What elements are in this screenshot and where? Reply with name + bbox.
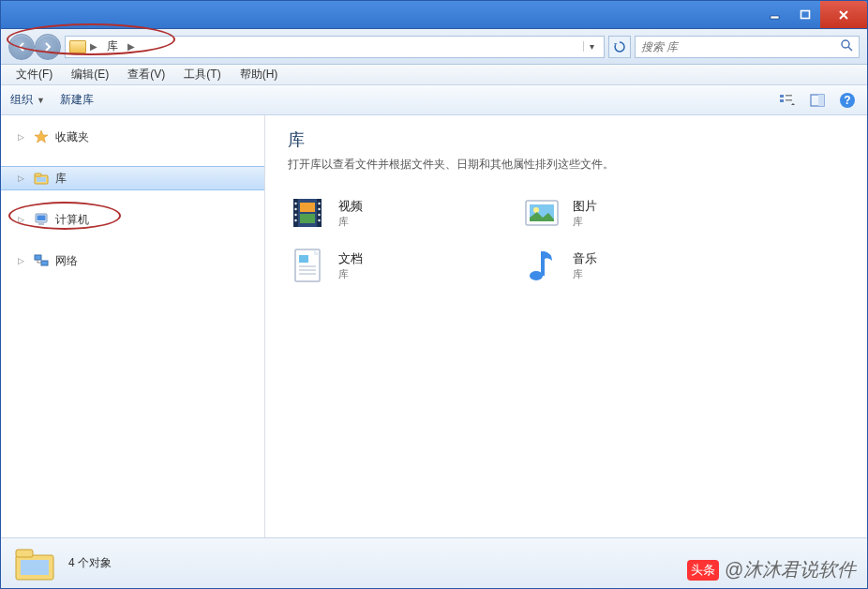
maximize-button[interactable] [790, 1, 820, 28]
svg-rect-18 [35, 255, 41, 260]
navigation-bar: ▶ 库 ▶ ▾ [1, 29, 867, 65]
sidebar-favorites[interactable]: ▷ 收藏夹 [1, 125, 264, 149]
address-bar[interactable]: ▶ 库 ▶ ▾ [65, 36, 605, 58]
svg-line-3 [848, 47, 852, 51]
expand-icon: ▷ [18, 256, 27, 265]
chevron-down-icon: ▼ [37, 96, 45, 105]
breadcrumb-root[interactable]: 库 [101, 38, 124, 54]
svg-point-28 [318, 208, 320, 210]
chevron-right-icon: ▶ [90, 41, 97, 52]
svg-rect-17 [38, 223, 44, 225]
page-title: 库 [288, 128, 845, 151]
lib-name: 视频 [338, 198, 363, 215]
search-input[interactable] [641, 40, 840, 53]
library-documents[interactable]: 文档库 [288, 246, 522, 285]
svg-rect-14 [37, 177, 46, 182]
main-content: 库 打开库以查看文件并根据文件夹、日期和其他属性排列这些文件。 视频库 图片库 … [265, 115, 867, 537]
pictures-icon [522, 193, 561, 233]
view-options-button[interactable] [777, 90, 798, 111]
content-area: ▷ 收藏夹 ▷ 库 ▷ 计算机 ▷ [1, 115, 867, 537]
lib-type: 库 [338, 215, 363, 229]
library-videos[interactable]: 视频库 [288, 193, 522, 233]
library-pictures[interactable]: 图片库 [522, 193, 756, 233]
back-button[interactable] [8, 34, 35, 60]
libraries-icon [33, 170, 50, 187]
watermark: 头条 @沐沐君说软件 [687, 557, 856, 582]
forward-button[interactable] [35, 34, 61, 60]
page-subtitle: 打开库以查看文件并根据文件夹、日期和其他属性排列这些文件。 [288, 157, 845, 173]
address-dropdown[interactable]: ▾ [583, 41, 600, 52]
preview-pane-button[interactable] [807, 90, 828, 111]
organize-button[interactable]: 组织 ▼ [10, 92, 45, 108]
svg-rect-44 [16, 550, 33, 557]
status-text: 4 个对象 [68, 555, 112, 571]
svg-rect-4 [780, 95, 784, 98]
expand-icon: ▷ [18, 215, 27, 224]
svg-rect-19 [41, 261, 48, 265]
navigation-pane: ▷ 收藏夹 ▷ 库 ▷ 计算机 ▷ [1, 115, 265, 537]
svg-point-26 [294, 219, 296, 221]
menu-help[interactable]: 帮助(H) [231, 67, 288, 83]
menu-view[interactable]: 查看(V) [118, 67, 174, 83]
svg-point-29 [318, 214, 320, 216]
nav-buttons [8, 34, 61, 60]
documents-icon [288, 246, 327, 285]
svg-point-30 [318, 219, 320, 221]
expand-icon: ▷ [18, 132, 27, 142]
svg-rect-1 [801, 10, 810, 18]
watermark-badge: 头条 [687, 560, 719, 581]
menu-file[interactable]: 文件(F) [7, 67, 62, 83]
expand-icon: ▷ [18, 174, 27, 183]
lib-name: 音乐 [573, 250, 597, 267]
svg-rect-37 [299, 255, 308, 263]
svg-point-35 [533, 207, 539, 213]
svg-rect-6 [786, 95, 792, 97]
svg-rect-16 [37, 216, 46, 221]
close-button[interactable] [820, 1, 867, 28]
newlib-label: 新建库 [60, 92, 94, 108]
menu-bar: 文件(F) 编辑(E) 查看(V) 工具(T) 帮助(H) [1, 65, 867, 85]
videos-icon [288, 193, 327, 233]
svg-rect-31 [300, 203, 315, 212]
search-icon [840, 38, 853, 55]
computer-icon [33, 211, 50, 228]
svg-point-23 [294, 203, 296, 204]
library-grid: 视频库 图片库 文档库 音乐库 [288, 193, 845, 285]
window-titlebar [1, 1, 867, 29]
svg-rect-13 [35, 174, 41, 176]
lib-type: 库 [338, 267, 363, 281]
sidebar-label: 收藏夹 [55, 129, 89, 145]
sidebar-computer[interactable]: ▷ 计算机 [1, 207, 264, 232]
sidebar-label: 计算机 [55, 212, 89, 228]
music-icon [522, 246, 561, 285]
sidebar-network[interactable]: ▷ 网络 [1, 249, 264, 273]
star-icon [33, 128, 50, 145]
search-box[interactable] [635, 36, 860, 58]
svg-point-2 [842, 40, 849, 48]
library-music[interactable]: 音乐库 [522, 246, 756, 285]
menu-tools[interactable]: 工具(T) [174, 67, 230, 83]
new-library-button[interactable]: 新建库 [60, 92, 94, 108]
sidebar-label: 网络 [55, 253, 78, 269]
svg-point-25 [294, 214, 296, 216]
lib-type: 库 [573, 215, 597, 229]
svg-point-24 [294, 208, 296, 210]
sidebar-libraries[interactable]: ▷ 库 [1, 166, 264, 190]
minimize-button[interactable] [760, 1, 790, 28]
svg-point-27 [318, 203, 320, 204]
sidebar-label: 库 [55, 171, 67, 187]
menu-edit[interactable]: 编辑(E) [62, 67, 118, 83]
refresh-button[interactable] [608, 36, 631, 58]
svg-point-41 [530, 271, 543, 280]
lib-name: 图片 [573, 198, 597, 215]
toolbar: 组织 ▼ 新建库 ? [1, 85, 867, 115]
svg-rect-45 [21, 560, 49, 575]
libraries-icon [69, 38, 86, 55]
help-button[interactable]: ? [837, 90, 858, 111]
svg-rect-42 [541, 251, 545, 276]
watermark-text: @沐沐君说软件 [725, 557, 856, 582]
svg-rect-5 [780, 99, 784, 102]
svg-text:?: ? [844, 94, 850, 107]
organize-label: 组织 [10, 92, 33, 108]
lib-name: 文档 [338, 250, 363, 267]
